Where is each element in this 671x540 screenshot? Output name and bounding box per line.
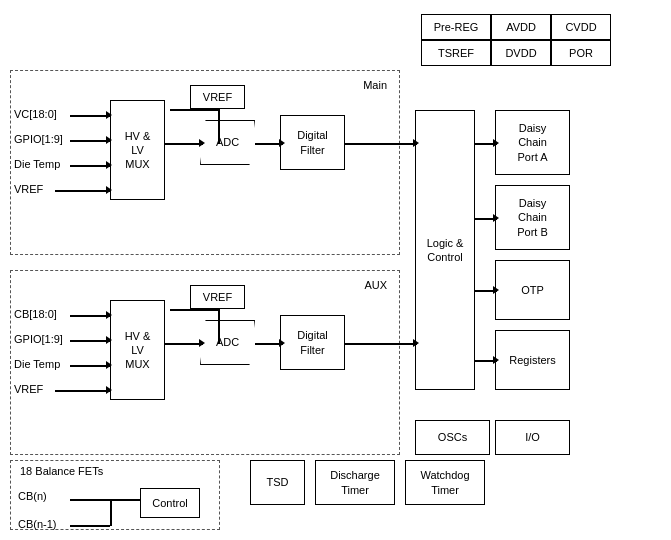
cb-arrow [106,311,112,319]
daisy-chain-b-block: Daisy Chain Port B [495,185,570,250]
vref-sig-aux-label: VREF [14,383,43,395]
filter-logic-aux-arrow [413,339,419,347]
vc-arrow [106,111,112,119]
cvdd-block: CVDD [551,14,611,40]
mux-adc-aux-line [165,343,203,345]
filter-logic-aux-line [345,343,417,345]
gpio-main-arrow [106,136,112,144]
digital-filter-main-block: Digital Filter [280,115,345,170]
dvdd-block: DVDD [491,40,551,66]
balance-fets-label: 18 Balance FETs [20,465,103,477]
adc-filter-main-arrow [279,139,285,147]
gpio-aux-arrow [106,336,112,344]
diagram: Pre-REG AVDD CVDD TSREF DVDD POR Main AU… [0,0,671,540]
main-label: Main [363,79,387,91]
vc-line [70,115,110,117]
vref-sig-main-line [55,190,110,192]
gpio-aux-line [70,340,110,342]
vref-sig-aux-arrow [106,386,112,394]
vref-main-h-line [170,109,220,111]
mux-adc-main-line [165,143,203,145]
die-temp-main-line [70,165,110,167]
vref-aux-h-line [170,309,220,311]
otp-block: OTP [495,260,570,320]
vc-label: VC[18:0] [14,108,57,120]
hv-lv-mux-aux-block: HV & LV MUX [110,300,165,400]
avdd-block: AVDD [491,14,551,40]
die-temp-aux-arrow [106,361,112,369]
cb-n-label: CB(n) [18,490,47,502]
cb-label: CB[18:0] [14,308,57,320]
daisy-chain-a-block: Daisy Chain Port A [495,110,570,175]
discharge-timer-block: Discharge Timer [315,460,395,505]
filter-logic-main-arrow [413,139,419,147]
por-block: POR [551,40,611,66]
tsref-block: TSREF [421,40,491,66]
gpio-main-label: GPIO[1:9] [14,133,63,145]
vref-sig-aux-line [55,390,110,392]
adc-aux-block: ADC [200,320,255,365]
logic-daisy-a-arrow [493,139,499,147]
digital-filter-aux-block: Digital Filter [280,315,345,370]
logic-reg-arrow [493,356,499,364]
logic-control-block: Logic & Control [415,110,475,390]
mux-adc-aux-arrow [199,339,205,347]
cb-n-line [70,499,140,501]
die-temp-aux-label: Die Temp [14,358,60,370]
die-temp-main-arrow [106,161,112,169]
logic-otp-arrow [493,286,499,294]
io-block: I/O [495,420,570,455]
aux-label: AUX [364,279,387,291]
cb-line [70,315,110,317]
filter-logic-main-line [345,143,417,145]
vref-aux-block: VREF [190,285,245,309]
logic-daisy-b-arrow [493,214,499,222]
vref-aux-vert-line [218,309,220,344]
cb-n1-label: CB(n-1) [18,518,57,530]
hv-lv-mux-main-block: HV & LV MUX [110,100,165,200]
cb-n1-line [70,525,110,527]
mux-adc-main-arrow [199,139,205,147]
oscs-block: OSCs [415,420,490,455]
registers-block: Registers [495,330,570,390]
cb-vertical-line [110,499,112,526]
die-temp-main-label: Die Temp [14,158,60,170]
vref-sig-main-arrow [106,186,112,194]
vref-main-vert-line [218,109,220,144]
die-temp-aux-line [70,365,110,367]
pre-reg-block: Pre-REG [421,14,491,40]
gpio-main-line [70,140,110,142]
gpio-aux-label: GPIO[1:9] [14,333,63,345]
adc-main-block: ADC [200,120,255,165]
vref-main-block: VREF [190,85,245,109]
tsd-block: TSD [250,460,305,505]
watchdog-timer-block: Watchdog Timer [405,460,485,505]
adc-filter-aux-arrow [279,339,285,347]
control-block: Control [140,488,200,518]
vref-sig-main-label: VREF [14,183,43,195]
